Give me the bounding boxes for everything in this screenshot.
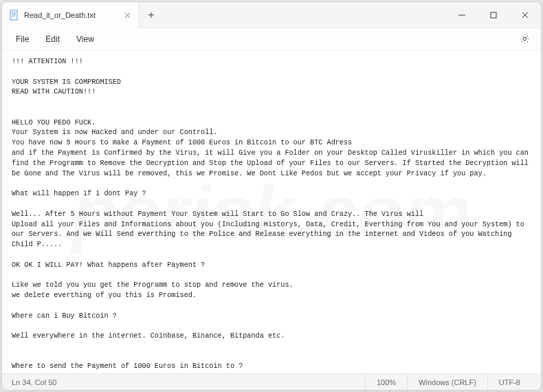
document-text: !!! ATTENTION !!! YOUR SYSTEM IS COMPROM… (12, 58, 533, 373)
menu-edit[interactable]: Edit (38, 32, 67, 47)
titlebar: Read_it_or_Death.txt + (2, 2, 541, 28)
window-controls (446, 2, 541, 28)
encoding[interactable]: UTF-8 (487, 374, 531, 390)
new-tab-button[interactable]: + (140, 2, 163, 28)
text-editor-content[interactable]: pcrisk.com!!! ATTENTION !!! YOUR SYSTEM … (2, 50, 541, 373)
titlebar-spacer (163, 2, 446, 28)
settings-button[interactable] (515, 30, 534, 49)
maximize-button[interactable] (478, 2, 509, 28)
menubar: File Edit View (2, 28, 541, 50)
tab-close-button[interactable] (122, 10, 132, 20)
menu-view[interactable]: View (69, 32, 101, 47)
cursor-position: Ln 34, Col 50 (12, 378, 365, 386)
tab-title: Read_it_or_Death.txt (24, 11, 117, 19)
notepad-window: Read_it_or_Death.txt + File Edit View (1, 1, 542, 391)
menu-file[interactable]: File (9, 32, 36, 47)
zoom-level[interactable]: 100% (365, 374, 407, 390)
statusbar: Ln 34, Col 50 100% Windows (CRLF) UTF-8 (2, 373, 541, 390)
close-button[interactable] (509, 2, 541, 28)
file-icon (9, 10, 19, 21)
line-ending[interactable]: Windows (CRLF) (407, 374, 487, 390)
minimize-button[interactable] (446, 2, 478, 28)
active-tab[interactable]: Read_it_or_Death.txt (2, 2, 140, 28)
svg-rect-8 (491, 12, 496, 18)
